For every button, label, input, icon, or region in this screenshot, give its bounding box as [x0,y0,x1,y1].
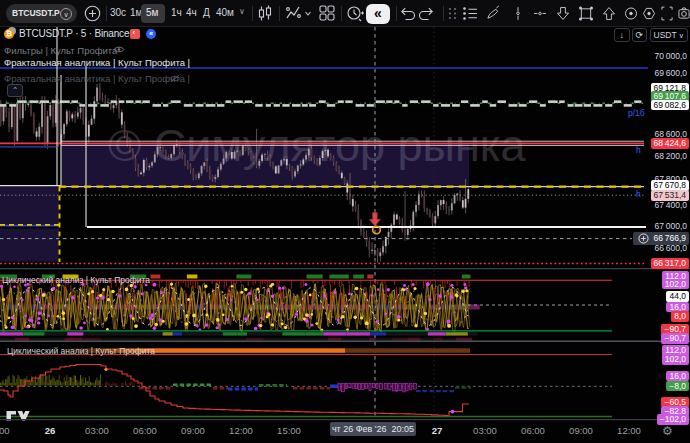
svg-text:h: h [636,189,641,199]
svg-text:р/1б: р/1б [628,108,645,118]
svg-text:h: h [636,145,641,155]
